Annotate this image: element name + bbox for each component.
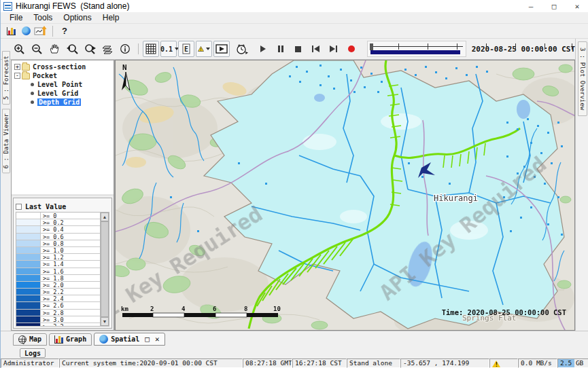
- pan-button[interactable]: [46, 41, 63, 57]
- bar-chart-icon: [54, 335, 63, 344]
- help-button[interactable]: ?: [58, 24, 71, 38]
- tree-item-level-point[interactable]: Level Point: [31, 80, 114, 89]
- last-value-checkbox[interactable]: [16, 204, 22, 210]
- logs-button[interactable]: Logs: [20, 348, 46, 358]
- tree-item-label: Cross-section: [33, 63, 86, 71]
- label-toggle-button[interactable]: E: [178, 41, 194, 57]
- menu-bar: File Tools Options Help: [1, 12, 588, 24]
- legend-color-swatch: [16, 295, 41, 302]
- step-forward-button[interactable]: [326, 41, 342, 57]
- legend-row-label: >= 3.0: [41, 316, 100, 323]
- menu-file[interactable]: File: [4, 12, 28, 24]
- maximize-button[interactable]: □: [542, 0, 566, 12]
- time-slider[interactable]: [367, 41, 466, 57]
- stop-button[interactable]: [290, 41, 307, 57]
- scroll-down-icon[interactable]: ▼: [101, 317, 109, 326]
- north-label: N: [122, 63, 127, 72]
- status-system-time: Current system time:2020-09-01 00:00 CST: [59, 358, 243, 368]
- legend-row: >= 0.8: [16, 240, 100, 247]
- tab-plot-overview[interactable]: 3 : Plot Overview: [578, 41, 587, 116]
- map-display-button[interactable]: [19, 24, 33, 38]
- town-label: Hikurangi: [434, 194, 478, 203]
- time-range-bar: [370, 50, 460, 54]
- spatial-globe-icon: [99, 335, 108, 344]
- layers-button[interactable]: [99, 41, 116, 57]
- map-view[interactable]: API Key Required API Key Required Hikura…: [115, 60, 575, 331]
- legend-color-swatch: [16, 213, 41, 219]
- legend-color-swatch: [16, 316, 41, 323]
- tab-spatial[interactable]: Spatial □ ✕: [94, 333, 165, 346]
- legend-row: >= 0.4: [16, 226, 100, 233]
- status-alerts[interactable]: [489, 358, 518, 368]
- time-settings-button[interactable]: [234, 41, 250, 57]
- minimize-button[interactable]: –: [519, 0, 542, 12]
- threshold-dropdown[interactable]: 0.1: [160, 41, 177, 57]
- info-button[interactable]: [117, 41, 133, 57]
- legend-scrollbar[interactable]: ▲ ▼: [100, 213, 109, 326]
- tree-item-pocket[interactable]: - Pocket: [13, 71, 114, 80]
- layer-tree: + Cross-section - Pocket Level Point Lev…: [12, 60, 114, 196]
- legend-row-label: >= 3.2: [41, 323, 100, 326]
- animation-window-button[interactable]: [213, 41, 230, 57]
- legend-row: >= 0.6: [16, 234, 100, 240]
- close-button[interactable]: ✕: [566, 0, 588, 12]
- legend-color-swatch: [16, 234, 41, 240]
- pause-button[interactable]: [273, 41, 289, 57]
- scroll-up-icon[interactable]: ▲: [101, 213, 109, 221]
- legend-row: >= 2.4: [16, 295, 100, 302]
- legend-row-label: >= 0.6: [41, 234, 100, 240]
- map-canvas[interactable]: API Key Required API Key Required Hikura…: [116, 60, 575, 331]
- help-icon: ?: [62, 26, 67, 36]
- record-button[interactable]: [343, 41, 360, 57]
- tab-forecast[interactable]: 5 : Forecast: [2, 51, 10, 105]
- scale-tick: 4: [181, 306, 186, 312]
- grid-icon: [145, 43, 156, 54]
- menu-help[interactable]: Help: [97, 12, 125, 24]
- tree-item-depth-grid[interactable]: Depth Grid: [31, 98, 114, 107]
- step-forward-icon: [330, 45, 337, 52]
- float-panel-icon[interactable]: □: [145, 335, 150, 344]
- zoom-previous-button[interactable]: [64, 41, 80, 57]
- collapse-toggle[interactable]: -: [14, 73, 20, 79]
- menu-tools[interactable]: Tools: [28, 12, 58, 24]
- legend-row-label: >= 0.2: [41, 219, 100, 226]
- memory-label: 2.5 GB: [560, 359, 583, 367]
- close-panel-icon[interactable]: ✕: [155, 335, 160, 344]
- legend-row: >= 1.6: [16, 268, 100, 275]
- layers-icon: [102, 44, 114, 54]
- zoom-out-button[interactable]: [29, 41, 45, 57]
- window-title: Hikurangi FEWS (Stand alone): [16, 1, 129, 11]
- legend-color-swatch: [16, 302, 41, 309]
- legend-row-label: >= 1.6: [41, 268, 100, 275]
- play-icon: [260, 45, 266, 52]
- database-button[interactable]: [4, 24, 18, 38]
- menu-options[interactable]: Options: [58, 12, 97, 24]
- step-back-button[interactable]: [308, 41, 324, 57]
- scale-tick: 6: [213, 306, 216, 312]
- tab-graph[interactable]: Graph: [49, 333, 92, 346]
- warning-dropdown[interactable]: [196, 41, 212, 57]
- title-bar: Hikurangi FEWS (Stand alone) – □ ✕: [1, 0, 588, 12]
- map-toolbar: 0.1 E 2020: [1, 39, 575, 60]
- current-datetime: 2020-08-25 00:00:00 CST: [472, 45, 575, 54]
- grid-toggle-button[interactable]: [143, 41, 159, 57]
- tree-item-level-grid[interactable]: Level Grid: [31, 89, 114, 98]
- scroll-thumb[interactable]: [101, 221, 109, 317]
- time-slider-handle[interactable]: [370, 43, 373, 50]
- legend-color-swatch: [16, 226, 41, 233]
- scale-tick: 2: [150, 306, 154, 312]
- zoom-next-button[interactable]: [82, 41, 98, 57]
- tab-data-viewer[interactable]: 6 : Data Viewer: [2, 109, 10, 173]
- timeseries-button[interactable]: [34, 24, 48, 38]
- tab-map[interactable]: Map: [13, 333, 47, 346]
- expand-toggle[interactable]: +: [14, 64, 20, 70]
- play-button[interactable]: [255, 41, 271, 57]
- bullet-icon: [31, 100, 34, 104]
- tree-item-label-selected: Depth Grid: [37, 98, 81, 106]
- tree-item-cross-section[interactable]: + Cross-section: [13, 62, 114, 71]
- legend-color-swatch: [16, 247, 41, 254]
- zoom-in-button[interactable]: [11, 41, 27, 57]
- legend-color-swatch: [16, 268, 41, 275]
- tree-item-label: Pocket: [33, 72, 57, 79]
- legend-row-label: >= 1.2: [41, 254, 100, 261]
